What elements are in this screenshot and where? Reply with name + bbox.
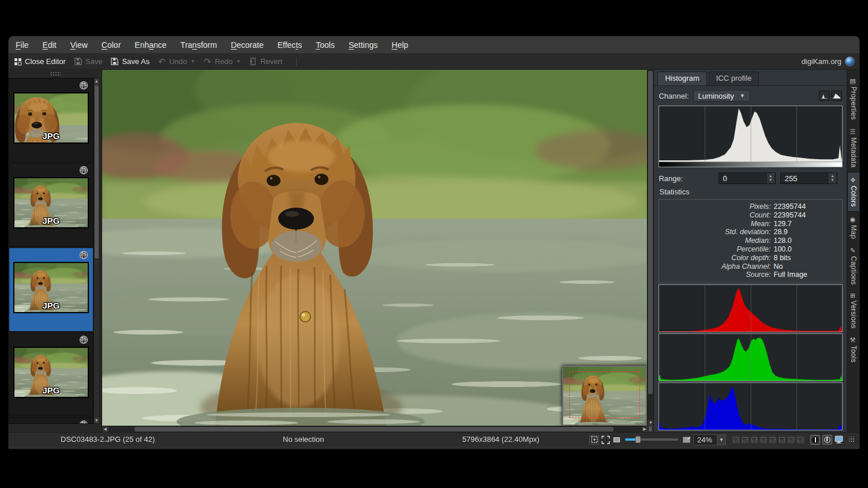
zoom-value[interactable]: 24%: [693, 434, 717, 445]
revert-icon: [249, 57, 257, 66]
stat-row: Pixels:22395744: [659, 202, 842, 211]
resize-grip[interactable]: [849, 437, 855, 442]
sidebar-tab-metadata[interactable]: ☰Metadata: [850, 124, 858, 172]
scrollbar-thumb[interactable]: [648, 71, 653, 394]
revert-button: Revert: [249, 57, 282, 66]
format-badge: JPG: [14, 216, 88, 226]
zoom-out-icon[interactable]: [612, 436, 621, 444]
sidebar-tab-versions[interactable]: ⊞Versions: [850, 289, 858, 332]
menu-item-tools[interactable]: Tools: [316, 40, 335, 50]
thumbnail-image[interactable]: JPG: [13, 177, 89, 228]
thumbnail-sidebar: JPGJPGJPGJPG ▲ ▼: [9, 70, 102, 432]
spinner-arrows-icon[interactable]: ▲▼: [829, 173, 836, 183]
under-exposure-icon: [812, 437, 818, 443]
thumbnail-item-3[interactable]: JPG: [9, 247, 93, 332]
canvas-horizontal-scrollbar[interactable]: ◀ ▶: [102, 426, 648, 432]
tab-icc-profile[interactable]: ICC profile: [709, 72, 759, 85]
status-selection: No selection: [283, 435, 324, 444]
tab-histogram[interactable]: Histogram: [657, 72, 706, 85]
colors-icon: ❖: [850, 177, 858, 184]
channel-label: Channel:: [659, 92, 689, 100]
scroll-left-icon[interactable]: ◀: [102, 426, 108, 432]
undo-icon: ↶: [158, 57, 166, 66]
color-managed-view-button[interactable]: [835, 436, 843, 444]
brand-label: digiKam.org: [802, 57, 841, 66]
geolocation-globe-icon: [79, 335, 88, 344]
sidebar-tab-captions[interactable]: ✎Captions: [850, 243, 858, 289]
thumbnail-image[interactable]: JPG: [13, 262, 89, 313]
save-as-button[interactable]: Save As: [110, 57, 149, 66]
statistics-title: Statistics: [659, 187, 842, 196]
histogram-tabbar: HistogramICC profile: [654, 70, 847, 85]
thumbnail-item-5[interactable]: [9, 417, 93, 424]
menu-item-color[interactable]: Color: [102, 40, 121, 50]
blue-histogram[interactable]: [659, 382, 843, 430]
over-exposure-indicator-button[interactable]: [822, 435, 832, 445]
thumbnail-item-1[interactable]: JPG: [9, 78, 93, 162]
pan-preview-visible-region[interactable]: [569, 371, 640, 418]
zoom-slider-knob[interactable]: [635, 436, 641, 443]
scroll-down-icon[interactable]: ▼: [94, 418, 99, 423]
pan-preview[interactable]: [562, 366, 647, 426]
green-histogram[interactable]: [659, 333, 843, 381]
menu-item-help[interactable]: Help: [392, 40, 409, 50]
thumbnail-image[interactable]: JPG: [13, 347, 89, 398]
linear-scale-button[interactable]: [819, 91, 830, 101]
menu-item-edit[interactable]: Edit: [43, 40, 57, 50]
image-canvas[interactable]: ▼ ◀ ▶ ⣿: [102, 70, 654, 432]
chevron-down-icon: ▼: [740, 93, 745, 99]
scrollbar-thumb[interactable]: [134, 427, 613, 431]
menu-item-file[interactable]: File: [16, 40, 29, 50]
editor-tool-button-7: [787, 436, 795, 444]
sidebar-scrollbar[interactable]: ▲ ▼: [93, 78, 100, 424]
red-histogram[interactable]: [659, 284, 843, 332]
menu-item-effects[interactable]: Effects: [278, 40, 302, 50]
thumbnail-item-2[interactable]: JPG: [9, 163, 93, 247]
format-badge: JPG: [14, 385, 88, 395]
menu-item-decorate[interactable]: Decorate: [231, 40, 264, 50]
log-scale-button[interactable]: [831, 91, 842, 101]
status-bar: DSC03483-2.JPG (25 of 42) No selection 5…: [9, 432, 859, 446]
menu-bar: FileEditViewColorEnhanceTransformDecorat…: [9, 36, 859, 54]
chevron-down-icon[interactable]: ▼: [717, 434, 726, 445]
sidebar-tab-properties[interactable]: ▤Properties: [850, 73, 858, 124]
scrollbar-thumb[interactable]: [95, 85, 99, 258]
geolocation-globe-icon: [79, 420, 88, 424]
zoom-slider[interactable]: [625, 438, 678, 441]
menu-item-view[interactable]: View: [70, 40, 88, 50]
format-badge: JPG: [14, 131, 88, 141]
luminosity-histogram[interactable]: [659, 106, 843, 167]
canvas-vertical-scrollbar[interactable]: ▼: [647, 70, 653, 426]
metadata-icon: ☰: [850, 128, 857, 136]
menu-item-transform[interactable]: Transform: [181, 40, 217, 50]
editor-tool-button-4: [760, 436, 768, 444]
versions-icon: ⊞: [850, 293, 857, 299]
range-max-input[interactable]: 255 ▲▼: [780, 172, 837, 184]
sidebar-tab-colors[interactable]: ❖Colors: [847, 172, 860, 212]
pan-button[interactable]: ⣿: [647, 426, 653, 432]
stat-row: Source:Full Image: [659, 271, 842, 279]
scroll-up-icon[interactable]: ▲: [94, 78, 99, 84]
spinner-arrows-icon[interactable]: ▲▼: [767, 173, 775, 183]
redo-icon: ↷: [203, 57, 212, 66]
sidebar-tab-map[interactable]: ◉Map: [850, 212, 858, 243]
splitter-handle[interactable]: [50, 72, 61, 76]
save-as-icon: [110, 57, 119, 66]
thumbnail-item-4[interactable]: JPG: [9, 332, 93, 416]
range-min-input[interactable]: 0 ▲▼: [719, 172, 776, 184]
statistics-box: Pixels:22395744Count:22395744Mean:129.7S…: [659, 199, 843, 283]
menu-item-enhance[interactable]: Enhance: [134, 40, 166, 50]
zoom-combo[interactable]: 24% ▼: [693, 434, 726, 445]
close-editor-button[interactable]: Close Editor: [13, 57, 66, 66]
editor-tool-button-6: [778, 436, 786, 444]
channel-dropdown[interactable]: Luminosity ▼: [693, 90, 750, 102]
thumbnail-list: JPGJPGJPGJPG: [9, 78, 93, 425]
fit-selection-button[interactable]: [589, 435, 599, 445]
scroll-down-icon[interactable]: ▼: [648, 420, 653, 426]
under-exposure-indicator-button[interactable]: [810, 435, 820, 445]
zoom-in-icon[interactable]: [682, 436, 691, 444]
sidebar-tab-tools[interactable]: ⚒Tools: [850, 332, 858, 367]
fit-window-icon[interactable]: [601, 436, 610, 444]
menu-item-settings[interactable]: Settings: [349, 40, 378, 50]
thumbnail-image[interactable]: JPG: [13, 92, 89, 144]
